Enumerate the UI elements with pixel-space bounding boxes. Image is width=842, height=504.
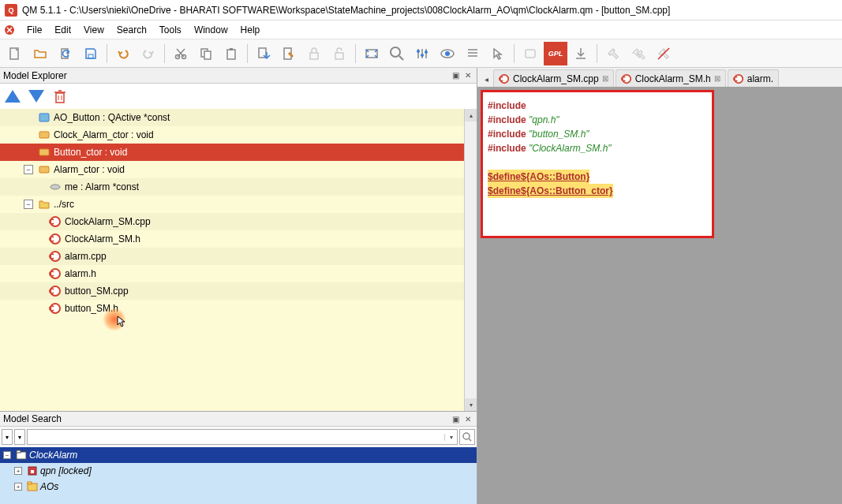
search-results[interactable]: −ClockAlarm+qpn [locked]+AOs bbox=[0, 447, 477, 504]
search-close-button[interactable]: ✕ bbox=[462, 413, 473, 424]
search-result-label: ClockAlarm bbox=[29, 450, 77, 461]
toolbar-separator bbox=[597, 44, 597, 63]
tree-item[interactable]: ClockAlarm_SM.h bbox=[0, 230, 477, 248]
move-down-button[interactable] bbox=[28, 90, 44, 103]
search-go-button[interactable] bbox=[459, 429, 475, 445]
clean-button[interactable] bbox=[652, 42, 675, 65]
unlock-button[interactable] bbox=[327, 42, 351, 65]
app-icon: Q bbox=[5, 4, 17, 17]
svg-rect-7 bbox=[204, 51, 211, 59]
build-button[interactable] bbox=[601, 42, 625, 65]
tree-expand-icon[interactable]: + bbox=[14, 483, 22, 491]
download-button[interactable] bbox=[569, 42, 593, 65]
tree-item[interactable]: alarm.cpp bbox=[0, 248, 477, 265]
menu-search[interactable]: Search bbox=[110, 23, 153, 37]
scroll-up-button[interactable]: ▴ bbox=[465, 109, 477, 121]
tree-expand-icon[interactable]: − bbox=[3, 451, 11, 459]
editor-tab[interactable]: ClockAlarm_SM.cpp⊠ bbox=[493, 69, 614, 87]
window-title: QM 5.1.1 - C:\Users\nieki\OneDrive - BHA… bbox=[22, 5, 670, 16]
explorer-close-button[interactable]: ✕ bbox=[462, 70, 473, 81]
search-input[interactable] bbox=[28, 431, 444, 442]
menu-edit[interactable]: Edit bbox=[48, 23, 77, 37]
zoom-fit-button[interactable] bbox=[360, 42, 384, 65]
save-button[interactable] bbox=[79, 42, 103, 65]
edit-code-button[interactable] bbox=[277, 42, 301, 65]
show-button[interactable] bbox=[436, 42, 459, 65]
tab-close-button[interactable]: ⊠ bbox=[602, 74, 608, 83]
delete-button[interactable] bbox=[52, 88, 68, 105]
reload-button[interactable] bbox=[54, 42, 77, 65]
tab-label: alarm. bbox=[747, 73, 773, 84]
copy-button[interactable] bbox=[194, 42, 218, 65]
gpl-button[interactable]: GPL bbox=[544, 42, 567, 65]
scroll-down-button[interactable]: ▾ bbox=[465, 398, 477, 411]
left-panel: Model Explorer ▣ ✕ AO_Button : QActive *… bbox=[0, 68, 477, 504]
search-dock-button[interactable]: ▣ bbox=[450, 413, 461, 424]
move-up-button[interactable] bbox=[5, 90, 21, 103]
tree-expand-icon[interactable]: + bbox=[14, 467, 22, 475]
tree-item[interactable]: button_SM.cpp bbox=[0, 282, 477, 300]
tree-item[interactable]: button_SM.h bbox=[0, 300, 477, 317]
paste-button[interactable] bbox=[219, 42, 243, 65]
tree-item[interactable]: me : Alarm *const bbox=[0, 178, 477, 196]
explorer-toolbar bbox=[0, 84, 477, 109]
editor-area[interactable]: #include #include "qpn.h"#include "butto… bbox=[477, 87, 842, 504]
svg-rect-8 bbox=[227, 50, 235, 59]
search-result-item[interactable]: −ClockAlarm bbox=[0, 447, 477, 463]
tree-item[interactable]: ClockAlarm_SM.cpp bbox=[0, 213, 477, 230]
open-button[interactable] bbox=[28, 42, 52, 65]
tree-expand-icon[interactable]: − bbox=[24, 200, 33, 209]
h-icon bbox=[49, 267, 62, 280]
tree-item[interactable]: AO_Button : QActive *const bbox=[0, 109, 477, 126]
search-result-item[interactable]: +qpn [locked] bbox=[0, 463, 477, 479]
tree-item-label: alarm.h bbox=[65, 268, 96, 279]
search-scope-dropdown[interactable]: ▾ bbox=[14, 429, 25, 445]
tree-item[interactable]: alarm.h bbox=[0, 265, 477, 282]
search-mode-dropdown[interactable]: ▾ bbox=[2, 429, 13, 445]
svg-rect-9 bbox=[230, 48, 233, 50]
main-area: Model Explorer ▣ ✕ AO_Button : QActive *… bbox=[0, 68, 842, 504]
menu-help[interactable]: Help bbox=[234, 23, 267, 37]
explorer-dock-button[interactable]: ▣ bbox=[450, 70, 461, 81]
editor-tab[interactable]: alarm. bbox=[728, 69, 779, 87]
list-button[interactable] bbox=[461, 42, 485, 65]
menu-tools[interactable]: Tools bbox=[153, 23, 188, 37]
menu-view[interactable]: View bbox=[77, 23, 110, 37]
lock-icon bbox=[27, 465, 38, 476]
settings-button[interactable] bbox=[410, 42, 434, 65]
pointer-button[interactable] bbox=[486, 42, 510, 65]
svg-rect-33 bbox=[56, 93, 64, 103]
tree-item[interactable]: Button_ctor : void bbox=[0, 144, 477, 161]
cut-button[interactable] bbox=[169, 42, 193, 65]
undo-button[interactable] bbox=[111, 42, 135, 65]
search-result-item[interactable]: +AOs bbox=[0, 479, 477, 495]
generate-button[interactable] bbox=[252, 42, 275, 65]
editor-tab[interactable]: ClockAlarm_SM.h⊠ bbox=[616, 69, 726, 87]
explorer-tree[interactable]: AO_Button : QActive *constClock_Alarm_ct… bbox=[0, 109, 477, 411]
build-all-button[interactable] bbox=[627, 42, 650, 65]
cursor-icon bbox=[117, 315, 126, 328]
menu-file[interactable]: File bbox=[21, 23, 48, 37]
tree-expand-icon[interactable]: − bbox=[24, 165, 33, 174]
tab-scroll-left[interactable]: ◂ bbox=[481, 71, 492, 87]
tree-item-label: AO_Button : QActive *const bbox=[54, 112, 170, 123]
cpp-icon bbox=[733, 73, 744, 84]
tree-item[interactable]: Clock_Alarm_ctor : void bbox=[0, 126, 477, 144]
tree-scrollbar[interactable]: ▴ ▾ bbox=[464, 109, 477, 411]
search-combo[interactable]: ▾ bbox=[27, 429, 458, 445]
tree-item-label: ClockAlarm_SM.h bbox=[65, 233, 140, 245]
zoom-button[interactable] bbox=[385, 42, 409, 65]
tree-item[interactable]: −../src bbox=[0, 196, 477, 213]
rect-button[interactable] bbox=[518, 42, 542, 65]
search-history-dropdown[interactable]: ▾ bbox=[444, 434, 457, 441]
tab-close-button[interactable]: ⊠ bbox=[714, 74, 720, 83]
new-button[interactable] bbox=[3, 42, 27, 65]
svg-rect-39 bbox=[39, 132, 49, 138]
code-editor[interactable]: #include #include "qpn.h"#include "butto… bbox=[481, 90, 714, 238]
lock-button[interactable] bbox=[302, 42, 326, 65]
menu-window[interactable]: Window bbox=[188, 23, 234, 37]
tree-item[interactable]: −Alarm_ctor : void bbox=[0, 161, 477, 178]
svg-rect-52 bbox=[17, 450, 21, 453]
svg-point-25 bbox=[445, 51, 450, 56]
redo-button[interactable] bbox=[137, 42, 160, 65]
